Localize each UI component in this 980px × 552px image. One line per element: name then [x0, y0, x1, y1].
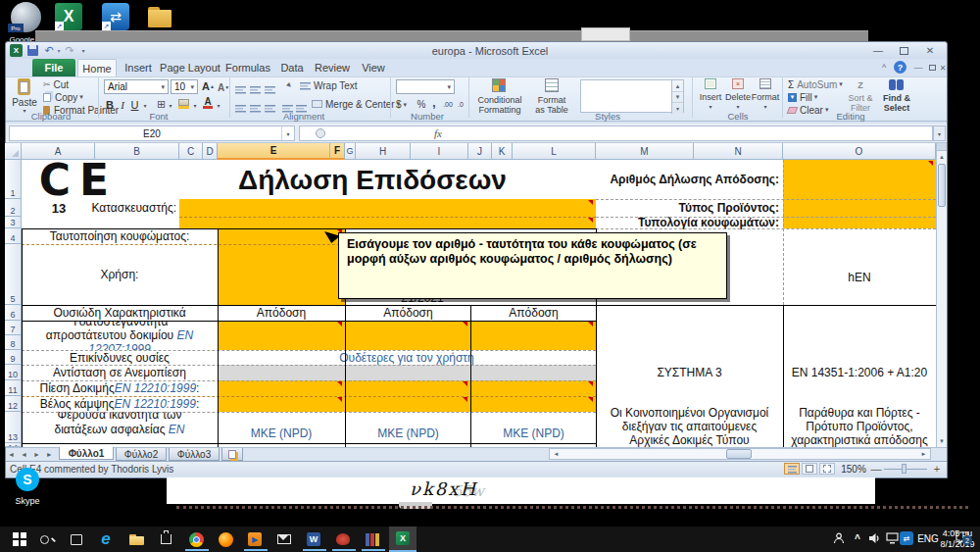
formula-input[interactable]: [299, 125, 933, 141]
zoom-slider-thumb[interactable]: [902, 464, 906, 474]
workbook-minimize-icon[interactable]: —: [912, 62, 924, 74]
tray-expand-chevron-icon[interactable]: ^: [851, 530, 864, 546]
taskbar-chrome-button[interactable]: [183, 528, 209, 550]
borders-dropdown[interactable]: ▾: [167, 101, 174, 109]
align-bottom-button[interactable]: [265, 80, 275, 98]
fill-color-button[interactable]: [178, 99, 190, 110]
skype-icon[interactable]: S: [16, 468, 39, 491]
people-tray-icon[interactable]: [831, 530, 847, 546]
comma-style-button[interactable]: ,: [429, 96, 439, 109]
cell-O3-input[interactable]: [783, 217, 936, 228]
cell-watertight-1[interactable]: [218, 321, 345, 350]
comment-indicator[interactable]: [337, 381, 342, 386]
teamviewer-tray-icon[interactable]: ⇄: [900, 531, 913, 545]
tab-file[interactable]: File: [32, 59, 75, 76]
copy-button[interactable]: Copy▾: [43, 91, 83, 103]
horizontal-scroll-thumb[interactable]: [726, 449, 752, 459]
col-header-O[interactable]: O: [783, 143, 936, 160]
redo-button[interactable]: ↷: [63, 43, 76, 57]
page-layout-view-button[interactable]: [802, 463, 817, 475]
percent-style-button[interactable]: %: [416, 98, 427, 111]
minimize-button[interactable]: —: [866, 43, 890, 58]
scroll-up-button[interactable]: ▲: [937, 151, 947, 163]
first-sheet-icon[interactable]: ◄: [8, 451, 15, 458]
qat-customize-button[interactable]: ▾: [78, 46, 88, 54]
cell-pressure-1[interactable]: [218, 380, 345, 396]
zoom-in-button[interactable]: +: [931, 463, 943, 475]
gallery-down-icon[interactable]: ▼: [672, 91, 683, 102]
comment-indicator[interactable]: [337, 397, 342, 402]
page-break-view-button[interactable]: [819, 463, 835, 475]
cell-watertight-2[interactable]: [346, 321, 470, 350]
cell-pressure-2[interactable]: [346, 380, 470, 396]
col-header-I[interactable]: I: [411, 143, 468, 160]
save-button[interactable]: [27, 45, 38, 56]
cut-button[interactable]: ✂Cut: [43, 78, 69, 90]
bold-button[interactable]: B: [104, 98, 116, 111]
row-header-11[interactable]: 11: [5, 380, 22, 396]
col-header-K[interactable]: K: [492, 143, 513, 160]
cell-E4-input[interactable]: [218, 228, 345, 244]
number-format-select[interactable]: ▾: [396, 79, 455, 94]
normal-view-button[interactable]: [784, 463, 800, 475]
row-header-6[interactable]: 6: [5, 305, 22, 321]
col-header-G[interactable]: G: [345, 143, 356, 160]
tab-insert[interactable]: Insert: [119, 59, 158, 76]
scroll-down-button[interactable]: ▼: [937, 435, 947, 447]
tab-view[interactable]: View: [356, 59, 391, 76]
col-header-J[interactable]: J: [468, 143, 492, 160]
taskbar-excel-button-active[interactable]: X: [389, 527, 416, 552]
gallery-scroll-strip[interactable]: ▲ ▼ ▾: [671, 80, 683, 114]
comment-indicator[interactable]: [337, 322, 342, 326]
maximize-button[interactable]: [892, 43, 915, 58]
comment-indicator[interactable]: [463, 397, 467, 402]
comment-indicator[interactable]: [928, 161, 933, 166]
shrink-font-button[interactable]: A▼: [218, 80, 229, 94]
help-button[interactable]: ?: [894, 61, 906, 74]
start-button[interactable]: [7, 528, 32, 550]
last-sheet-icon[interactable]: ►: [46, 451, 53, 458]
col-header-L[interactable]: L: [513, 143, 596, 160]
tab-formulas[interactable]: Formulas: [222, 59, 273, 76]
row-header-7[interactable]: 7: [5, 321, 22, 335]
comment-indicator[interactable]: [588, 381, 593, 386]
align-top-button[interactable]: [235, 80, 246, 98]
sheet-tab-fyllo1[interactable]: Φύλλο1: [59, 447, 114, 460]
prev-sheet-icon[interactable]: ◄: [21, 451, 27, 458]
col-header-F[interactable]: F: [330, 143, 345, 160]
col-header-C[interactable]: C: [179, 143, 203, 160]
col-header-M[interactable]: M: [596, 143, 694, 160]
taskbar-media-player-button[interactable]: ▶: [242, 528, 268, 550]
insert-sheet-tab[interactable]: [221, 448, 243, 461]
cell-E5-input[interactable]: [218, 244, 345, 305]
collapse-ribbon-icon[interactable]: ^: [878, 62, 890, 74]
tab-review[interactable]: Review: [311, 59, 354, 76]
row-header-13[interactable]: 13: [5, 412, 22, 443]
increase-decimal-button[interactable]: .00: [441, 99, 455, 110]
row-header-9[interactable]: 9: [5, 350, 22, 365]
font-size-select[interactable]: 10▾: [171, 79, 198, 94]
name-box[interactable]: E20: [9, 125, 295, 141]
cell-deflection-2[interactable]: [346, 396, 470, 412]
task-view-button[interactable]: [64, 528, 89, 550]
underline-button[interactable]: U: [129, 98, 140, 111]
cell-pressure-3[interactable]: [471, 380, 596, 396]
gallery-more-icon[interactable]: ▾: [672, 102, 683, 113]
select-all-corner[interactable]: [5, 143, 22, 160]
row-header-8[interactable]: 8: [5, 335, 22, 350]
col-header-N[interactable]: N: [694, 143, 783, 160]
zoom-level[interactable]: 150%: [839, 463, 868, 475]
name-box-dropdown[interactable]: ▾: [281, 126, 294, 140]
cell-O2-input[interactable]: [783, 199, 936, 217]
font-family-select[interactable]: Arial▾: [104, 79, 169, 94]
taskbar-firefox-button[interactable]: [213, 528, 238, 550]
merge-center-button[interactable]: Merge & Center▾: [312, 98, 400, 110]
scroll-left-button[interactable]: ◄: [551, 449, 562, 459]
accounting-format-button[interactable]: $▾: [396, 98, 407, 111]
sheet-tab-fyllo3[interactable]: Φύλλο3: [169, 448, 220, 461]
cell-wind-1[interactable]: [218, 365, 345, 380]
cell-watertight-3[interactable]: [471, 321, 596, 350]
horizontal-scrollbar[interactable]: ◄ ►: [549, 448, 931, 460]
col-header-E[interactable]: E: [218, 143, 330, 160]
tab-data[interactable]: Data: [275, 59, 309, 76]
